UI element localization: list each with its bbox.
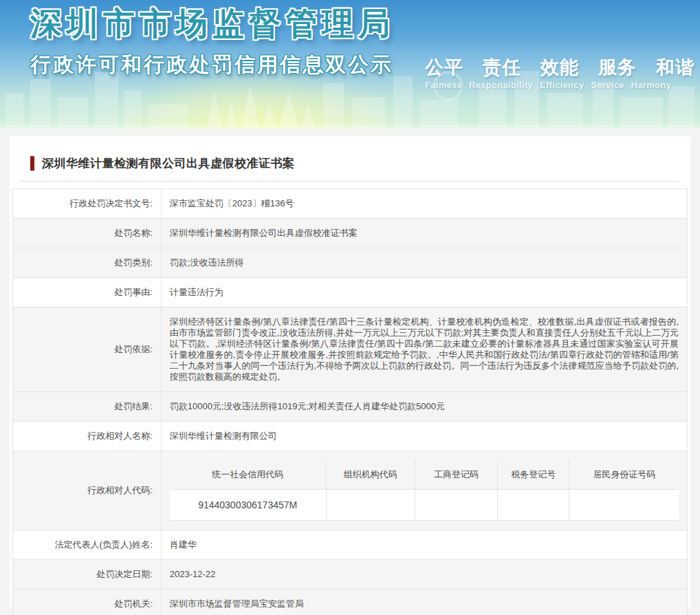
row-value: 深圳华维计量检测有限公司 (161, 422, 687, 451)
row-label: 处罚机关: (13, 589, 162, 615)
row-label: 处罚类别: (13, 248, 162, 278)
banner-subtitle: 行政许可和行政处罚信用信息双公示 (30, 51, 393, 78)
table-row-penalty-authority: 处罚机关: 深圳市市场监督管理局宝安监管局 (13, 589, 688, 615)
table-row-penalty-basis: 处罚依据: 深圳经济特区计量条例/第八章法律责任/第四十三条计量检定机构、计量校… (13, 308, 688, 392)
row-label: 处罚名称: (13, 219, 162, 248)
column-header: 工商登记码 (415, 460, 498, 489)
row-value: 2023-12-22 (161, 559, 687, 589)
column-header: 组织机构代码 (326, 460, 415, 489)
party-code-header-row: 统一社会信用代码 组织机构代码 工商登记码 税务登记号 居民身份证号码 (170, 460, 679, 489)
row-value: 罚款;没收违法所得 (161, 248, 687, 278)
row-value: 罚款10000元;没收违法所得1019元;对相关责任人肖建华处罚款5000元 (161, 392, 687, 422)
table-row-penalty-result: 处罚结果: 罚款10000元;没收违法所得1019元;对相关责任人肖建华处罚款5… (13, 392, 688, 422)
tax-reg-value (497, 489, 569, 520)
row-value: 深圳市市场监督管理局宝安监管局 (161, 589, 687, 615)
table-row-party-code: 行政相对人代码: 统一社会信用代码 组织机构代码 工商登记码 税务登记号 居民身… (13, 451, 688, 530)
table-row-penalty-category: 处罚类别: 罚款;没收违法所得 (13, 248, 688, 278)
title-divider (21, 181, 679, 182)
column-header: 居民身份证号码 (569, 460, 679, 489)
row-label: 行政处罚决定书文号: (13, 189, 162, 219)
row-label: 法定代表人(负责人)姓名: (13, 530, 162, 559)
row-value: 深圳经济特区计量条例/第八章法律责任/第四十三条计量检定机构、计量校准机构伪造检… (161, 308, 687, 392)
org-code-value (326, 489, 415, 520)
penalty-info-table: 行政处罚决定书文号: 深市监宝处罚〔2023〕稽136号 处罚名称: 深圳华维计… (12, 188, 688, 615)
slogan-english: Faimess Responsibility Efficiency Servic… (425, 80, 670, 90)
header-banner: 深圳市市场监督管理局 行政许可和行政处罚信用信息双公示 公平 责任 效能 服务 … (0, 0, 700, 129)
content-card: 深圳华维计量检测有限公司出具虚假校准证书案 行政处罚决定书文号: 深市监宝处罚〔… (10, 136, 690, 607)
row-label: 处罚结果: (13, 392, 162, 422)
table-row-legal-representative: 法定代表人(负责人)姓名: 肖建华 (13, 530, 688, 559)
row-label: 处罚依据: (13, 308, 162, 392)
row-value: 深市监宝处罚〔2023〕稽136号 (161, 189, 687, 219)
table-row-penalty-reason: 处罚事由: 计量违法行为 (13, 278, 688, 308)
org-title: 深圳市市场监督管理局 (30, 4, 395, 43)
party-code-table: 统一社会信用代码 组织机构代码 工商登记码 税务登记号 居民身份证号码 9144… (170, 460, 679, 521)
row-value: 深圳华维计量检测有限公司出具虚假校准证书案 (161, 219, 687, 248)
case-title-row: 深圳华维计量检测有限公司出具虚假校准证书案 (30, 155, 679, 171)
case-title: 深圳华维计量检测有限公司出具虚假校准证书案 (42, 155, 295, 171)
row-label: 处罚决定日期: (13, 559, 162, 589)
table-row-party-name: 行政相对人名称: 深圳华维计量检测有限公司 (13, 422, 688, 451)
title-accent-bar (30, 156, 34, 171)
party-code-cell: 统一社会信用代码 组织机构代码 工商登记码 税务登记号 居民身份证号码 9144… (161, 451, 687, 530)
row-label: 处罚事由: (13, 278, 162, 308)
slogan-block: 公平 责任 效能 服务 和谐 Faimess Responsibility Ef… (425, 56, 670, 90)
slogan-chinese: 公平 责任 效能 服务 和谐 (425, 56, 670, 78)
party-code-value-row: 91440300306173457M (170, 489, 679, 520)
table-row-penalty-name: 处罚名称: 深圳华维计量检测有限公司出具虚假校准证书案 (13, 219, 688, 248)
row-value: 肖建华 (161, 530, 687, 559)
table-row-decision-date: 处罚决定日期: 2023-12-22 (13, 559, 688, 589)
business-reg-value (415, 489, 498, 520)
column-header: 统一社会信用代码 (170, 460, 326, 489)
row-label: 行政相对人代码: (13, 451, 162, 530)
credit-code-value: 91440300306173457M (170, 489, 326, 520)
table-row-decision-number: 行政处罚决定书文号: 深市监宝处罚〔2023〕稽136号 (13, 189, 688, 219)
id-number-value (569, 489, 679, 520)
column-header: 税务登记号 (497, 460, 569, 489)
row-label: 行政相对人名称: (13, 422, 162, 451)
row-value: 计量违法行为 (161, 278, 687, 308)
